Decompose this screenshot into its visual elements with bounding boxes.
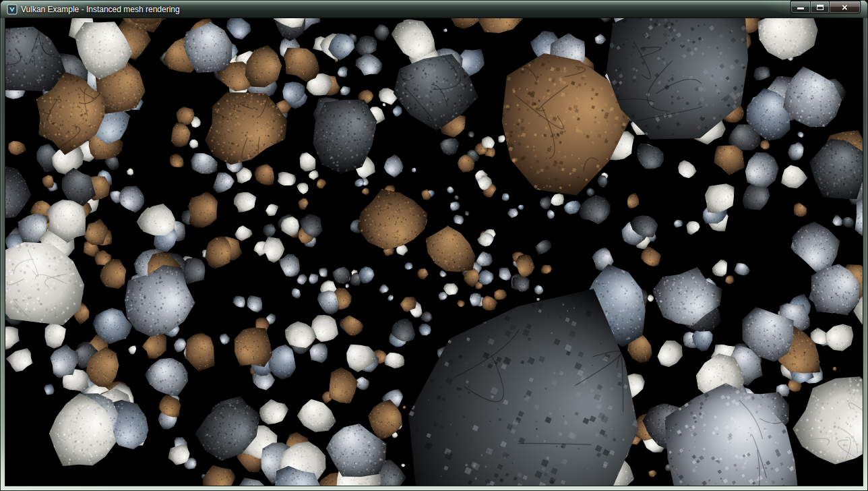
maximize-button[interactable]: [811, 1, 830, 13]
vulkan-app-icon: [7, 4, 18, 15]
minimize-icon: [797, 7, 804, 9]
app-icon[interactable]: [7, 4, 18, 15]
scene-canvas[interactable]: [5, 18, 863, 486]
minimize-button[interactable]: [790, 1, 811, 13]
window-title: Vulkan Example - Instanced mesh renderin…: [21, 1, 180, 18]
titlebar[interactable]: Vulkan Example - Instanced mesh renderin…: [1, 1, 867, 18]
viewport[interactable]: [5, 18, 863, 486]
close-button[interactable]: ×: [830, 1, 861, 13]
caption-buttons: ×: [790, 1, 861, 13]
close-icon: ×: [842, 2, 848, 12]
app-window: Vulkan Example - Instanced mesh renderin…: [0, 0, 868, 491]
maximize-icon: [817, 5, 824, 10]
